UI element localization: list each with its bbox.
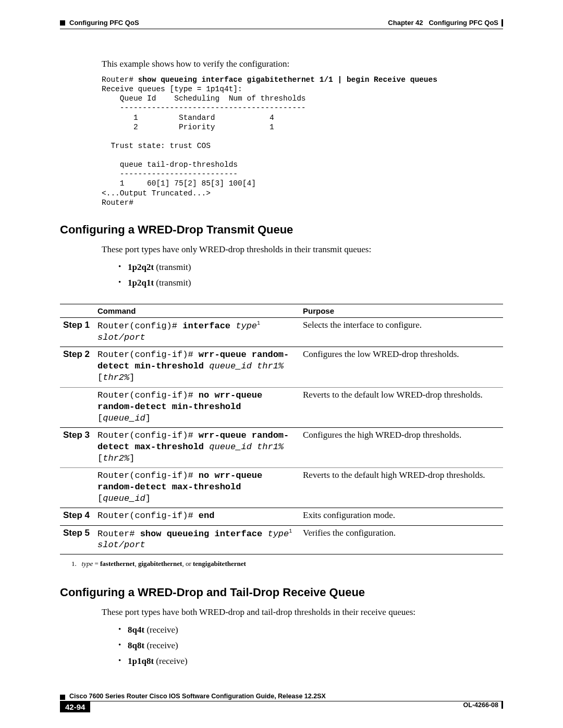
fn-eq: = (93, 560, 100, 567)
list-item: 1p1q8t (receive) (118, 653, 503, 669)
table-row: Step 1Router(config)# interface type1 sl… (60, 318, 503, 347)
table-row: Router(config-if)# no wrr-queue random-d… (60, 387, 503, 427)
section2-intro: These port types have both WRED-drop and… (102, 607, 503, 618)
command-cell: Router# show queueing interface type1 sl… (94, 525, 300, 554)
command-cell: Router(config-if)# wrr-queue random-dete… (94, 427, 300, 467)
step-cell: Step 5 (60, 525, 94, 554)
command-cell: Router(config)# interface type1 slot/por… (94, 318, 300, 347)
page: Configuring PFC QoS Chapter 42 Configuri… (0, 0, 563, 728)
list-item: 8q4t (receive) (118, 622, 503, 638)
th-purpose: Purpose (300, 304, 503, 318)
header-chapter-title: Configuring PFC QoS (429, 19, 498, 27)
step-cell: Step 1 (60, 318, 94, 347)
page-number: 42-94 (60, 701, 90, 712)
command-cell: Router(config-if)# no wrr-queue random-d… (94, 387, 300, 427)
table-row: Step 4Router(config-if)# endExits config… (60, 508, 503, 525)
purpose-cell: Configures the high WRED-drop thresholds… (300, 427, 503, 467)
cli-command: show queueing interface gigabitethernet … (138, 76, 437, 84)
bar-icon (501, 701, 503, 709)
footer: Cisco 7600 Series Router Cisco IOS Softw… (60, 693, 503, 712)
square-icon (60, 695, 65, 700)
step-cell: Step 3 (60, 427, 94, 467)
running-header: Configuring PFC QoS Chapter 42 Configuri… (60, 19, 503, 27)
section2-heading: Configuring a WRED-Drop and Tail-Drop Re… (60, 586, 503, 599)
purpose-cell: Verifies the configuration. (300, 525, 503, 554)
purpose-cell: Reverts to the default high WRED-drop th… (300, 468, 503, 508)
fn-num: 1. (71, 560, 77, 567)
list-item: 8q8t (receive) (118, 638, 503, 653)
intro-text: This example shows how to verify the con… (102, 58, 503, 70)
list-item: 1p2q2t (transmit) (118, 260, 503, 275)
command-cell: Router(config-if)# end (94, 508, 300, 525)
doc-id: OL-4266-08 (463, 701, 503, 709)
bar-icon (501, 19, 503, 27)
command-cell: Router(config-if)# no wrr-queue random-d… (94, 468, 300, 508)
section1-heading: Configuring a WRED-Drop Transmit Queue (60, 223, 503, 237)
section1-bullets: 1p2q2t (transmit)1p2q1t (transmit) (118, 260, 503, 291)
fn-o2: gigabitethernet (138, 560, 182, 567)
command-table: Command Purpose Step 1Router(config)# in… (60, 304, 503, 554)
footer-bottom: 42-94 OL-4266-08 (60, 701, 503, 712)
fn-type: type (82, 560, 93, 567)
cli-body: Receive queues [type = 1p1q4t]: Queue Id… (102, 85, 306, 207)
fn-o3: tengigabitethernet (193, 560, 246, 567)
footer-title: Cisco 7600 Series Router Cisco IOS Softw… (69, 693, 503, 700)
header-right: Chapter 42 Configuring PFC QoS (388, 19, 503, 27)
purpose-cell: Configures the low WRED-drop thresholds. (300, 347, 503, 387)
purpose-cell: Reverts to the default low WRED-drop thr… (300, 387, 503, 427)
cli-output: Router# show queueing interface gigabite… (102, 75, 503, 207)
fn-o1: fastethernet (100, 560, 134, 567)
th-step (60, 304, 94, 318)
square-icon (60, 20, 65, 26)
table-row: Step 2Router(config-if)# wrr-queue rando… (60, 347, 503, 387)
step-cell: Step 2 (60, 347, 94, 387)
table-footnote: 1. type = fastethernet, gigabitethernet,… (71, 560, 503, 568)
command-cell: Router(config-if)# wrr-queue random-dete… (94, 347, 300, 387)
header-chapter: Chapter 42 (388, 19, 423, 27)
section1-intro: These port types have only WRED-drop thr… (102, 244, 503, 255)
table-row: Router(config-if)# no wrr-queue random-d… (60, 468, 503, 508)
step-cell: Step 4 (60, 508, 94, 525)
cli-prompt: Router# (102, 76, 138, 84)
step-cell (60, 387, 94, 427)
table-row: Step 3Router(config-if)# wrr-queue rando… (60, 427, 503, 467)
step-cell (60, 468, 94, 508)
doc-id-text: OL-4266-08 (463, 701, 498, 709)
header-rule (60, 29, 503, 29)
header-section: Configuring PFC QoS (69, 19, 139, 27)
section2-bullets: 8q4t (receive)8q8t (receive)1p1q8t (rece… (118, 622, 503, 669)
table-row: Step 5Router# show queueing interface ty… (60, 525, 503, 554)
purpose-cell: Exits configuration mode. (300, 508, 503, 525)
header-left: Configuring PFC QoS (60, 19, 139, 27)
footer-title-row: Cisco 7600 Series Router Cisco IOS Softw… (60, 693, 503, 700)
purpose-cell: Selects the interface to configure. (300, 318, 503, 347)
list-item: 1p2q1t (transmit) (118, 275, 503, 291)
fn-s2: , or (182, 560, 193, 567)
th-command: Command (94, 304, 300, 318)
